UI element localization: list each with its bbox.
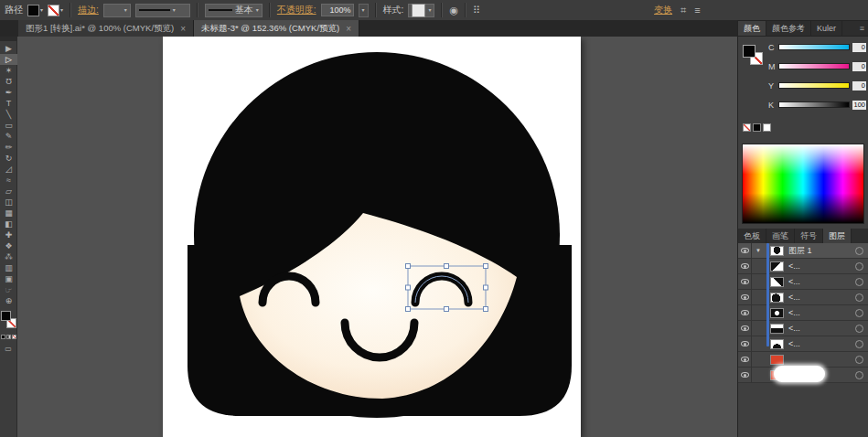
transform-link[interactable]: 变换 bbox=[654, 4, 672, 16]
visibility-toggle[interactable] bbox=[738, 336, 752, 351]
visibility-toggle[interactable] bbox=[738, 321, 752, 336]
layer-label[interactable]: <... bbox=[788, 277, 800, 286]
tool-pen[interactable]: ✒ bbox=[0, 87, 17, 98]
layer-row-root[interactable]: ▼ 图层 1 bbox=[738, 243, 868, 259]
black-swatch[interactable] bbox=[753, 123, 761, 132]
tab-symbols[interactable]: 符号 bbox=[795, 229, 823, 243]
menu-icon[interactable]: ≡ bbox=[694, 5, 700, 16]
channel-slider[interactable] bbox=[778, 82, 850, 89]
tool-rotate[interactable]: ↻ bbox=[0, 153, 17, 164]
tool-magic-wand[interactable]: ✶ bbox=[0, 65, 17, 76]
tab-brushes[interactable]: 画笔 bbox=[766, 229, 795, 243]
layer-row[interactable]: <... bbox=[738, 274, 868, 290]
stroke-color-swatch[interactable]: ▾ bbox=[48, 5, 63, 16]
tool-shape-builder[interactable]: ◫ bbox=[0, 197, 17, 208]
opacity-link[interactable]: 不透明度: bbox=[277, 4, 316, 16]
tool-artboard[interactable]: ▣ bbox=[0, 273, 17, 284]
target-icon[interactable] bbox=[855, 262, 863, 271]
channel-value[interactable]: 0 bbox=[852, 43, 866, 52]
visibility-toggle[interactable] bbox=[738, 290, 752, 304]
drawing-mode-icon[interactable]: ▭ bbox=[0, 344, 16, 354]
opacity-input[interactable] bbox=[321, 4, 354, 16]
tool-mesh[interactable]: ▦ bbox=[0, 208, 17, 218]
target-icon[interactable] bbox=[855, 247, 863, 255]
tool-free-transform[interactable]: ▱ bbox=[0, 186, 17, 197]
channel-value[interactable]: 0 bbox=[852, 62, 866, 71]
opacity-stepper[interactable]: ▾ bbox=[359, 4, 369, 17]
fill-color-swatch[interactable]: ▾ bbox=[27, 5, 43, 16]
target-icon[interactable] bbox=[855, 340, 863, 348]
layer-row[interactable]: <... bbox=[738, 259, 868, 274]
style-swatch-dropdown[interactable]: ▾ bbox=[408, 4, 434, 17]
tab-swatches[interactable]: 色板 bbox=[738, 229, 766, 243]
artboard[interactable] bbox=[163, 37, 581, 437]
none-button[interactable] bbox=[12, 335, 16, 339]
expand-triangle-icon[interactable]: ▼ bbox=[752, 248, 765, 253]
canvas-area[interactable] bbox=[17, 37, 737, 437]
color-button[interactable] bbox=[1, 335, 5, 339]
grid-icon[interactable]: ⌗ bbox=[680, 5, 686, 16]
visibility-toggle[interactable] bbox=[738, 274, 752, 289]
tab-color-guide[interactable]: 颜色参考 bbox=[766, 21, 811, 36]
document-tab-2[interactable]: 未标题-3* @ 152.36% (CMYK/预览) × bbox=[194, 20, 359, 37]
layer-row[interactable]: <... bbox=[738, 305, 868, 321]
close-icon[interactable]: × bbox=[346, 24, 351, 34]
tab-kuler[interactable]: Kuler bbox=[811, 21, 842, 36]
tool-gradient[interactable]: ◧ bbox=[0, 218, 17, 229]
layer-label[interactable]: <... bbox=[788, 339, 800, 348]
target-icon[interactable] bbox=[855, 356, 863, 364]
stroke-weight-dropdown[interactable]: ▾ bbox=[103, 4, 131, 17]
stroke-link[interactable]: 描边: bbox=[78, 4, 99, 16]
channel-slider[interactable] bbox=[778, 101, 850, 108]
target-icon[interactable] bbox=[855, 325, 863, 333]
visibility-toggle[interactable] bbox=[738, 368, 752, 382]
visibility-toggle[interactable] bbox=[738, 259, 752, 273]
align-icon[interactable]: ⠿ bbox=[473, 5, 480, 16]
tool-line-segment[interactable]: ╲ bbox=[0, 109, 17, 120]
tool-scale[interactable]: ◿ bbox=[0, 164, 17, 175]
tool-selection[interactable]: ▶ bbox=[0, 43, 17, 54]
layer-label[interactable]: <... bbox=[788, 324, 800, 333]
layer-label[interactable]: 图层 1 bbox=[788, 245, 812, 257]
brush-definition-dropdown[interactable]: 基本 ▾ bbox=[205, 4, 263, 17]
fill-indicator[interactable] bbox=[1, 311, 11, 321]
none-swatch[interactable] bbox=[743, 123, 751, 132]
channel-slider[interactable] bbox=[778, 44, 850, 50]
tool-rectangle[interactable]: ▭ bbox=[0, 120, 17, 131]
fill-proxy-icon[interactable] bbox=[743, 45, 755, 58]
tool-eyedropper[interactable]: ✚ bbox=[0, 229, 17, 240]
target-icon[interactable] bbox=[855, 278, 863, 286]
recolor-artwork-icon[interactable]: ◉ bbox=[449, 5, 458, 16]
tool-direct-selection[interactable]: ▷ bbox=[0, 54, 17, 65]
layer-label[interactable]: <... bbox=[788, 308, 800, 317]
stroke-profile-dropdown[interactable]: ▾ bbox=[135, 4, 190, 17]
visibility-toggle[interactable] bbox=[738, 305, 752, 320]
layer-label[interactable]: <... bbox=[788, 261, 800, 271]
visibility-toggle[interactable] bbox=[738, 243, 752, 258]
toolbar-fill-stroke[interactable] bbox=[0, 311, 17, 331]
visibility-toggle[interactable] bbox=[738, 352, 752, 367]
panel-menu-icon[interactable]: ≡ bbox=[856, 21, 868, 36]
tool-width[interactable]: ≈ bbox=[0, 175, 17, 186]
target-icon[interactable] bbox=[855, 293, 863, 302]
channel-value[interactable]: 100 bbox=[852, 101, 866, 110]
color-spectrum[interactable] bbox=[742, 144, 864, 224]
layer-row[interactable]: <... bbox=[738, 336, 868, 352]
tool-pencil[interactable]: ✏ bbox=[0, 142, 17, 153]
document-tab-1[interactable]: 图形1 [转换].ai* @ 100% (CMYK/预览) × bbox=[18, 20, 194, 37]
tool-lasso[interactable]: Ʊ bbox=[0, 76, 17, 87]
tools-panel-header[interactable] bbox=[0, 37, 16, 41]
tool-paintbrush[interactable]: ✎ bbox=[0, 131, 17, 142]
layer-label[interactable]: <... bbox=[788, 293, 800, 302]
tab-layers[interactable]: 图层 bbox=[823, 229, 852, 243]
white-swatch[interactable] bbox=[763, 123, 771, 132]
target-icon[interactable] bbox=[855, 371, 863, 379]
fill-stroke-indicator[interactable] bbox=[743, 45, 766, 69]
target-icon[interactable] bbox=[855, 309, 863, 317]
tool-column-graph[interactable]: ▥ bbox=[0, 262, 17, 273]
gradient-button[interactable] bbox=[6, 335, 11, 339]
channel-slider[interactable] bbox=[778, 63, 850, 69]
tool-zoom[interactable]: ⊕ bbox=[0, 295, 17, 306]
tool-hand[interactable]: ☞ bbox=[0, 284, 17, 295]
layer-row[interactable]: <... bbox=[738, 321, 868, 336]
